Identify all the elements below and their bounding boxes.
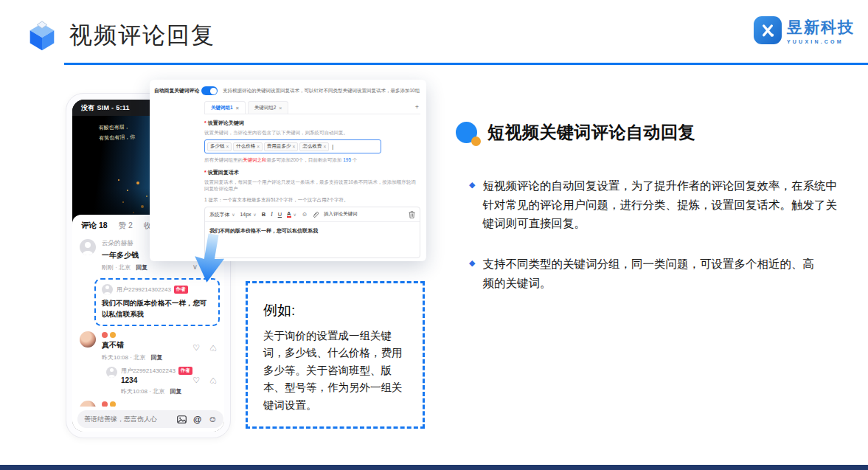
brand-domain: YUUXIN.COM	[787, 39, 855, 44]
highlighted-auto-reply: 用户2299214302243 作者 我们不同的版本价格不一样，您可以私信联系我	[94, 278, 220, 326]
like-icon[interactable]: ♡	[192, 376, 200, 385]
badge-icon	[102, 332, 108, 338]
insert-keyword-button[interactable]: 插入评论关键词	[324, 211, 358, 218]
close-icon[interactable]: ×	[257, 144, 260, 149]
reply-field-tip: 1 提示：一个富文本框最多支持512个字符，一个汉字占用2个字符。	[204, 197, 420, 204]
bold-button[interactable]: B	[262, 211, 265, 218]
example-title: 例如:	[263, 301, 423, 320]
keywords-field-desc: 设置关键词，当评论里内容包含了以下关键词，则系统可自动回复。	[204, 130, 420, 136]
mention-icon[interactable]: @	[193, 415, 201, 424]
panel-subtitle: 支持根据评论的关键词设置回复话术，可以针对不同类型关键词设置回复话术，最多添加1…	[223, 88, 420, 94]
page: 视频评论回复 昱新科技 YUUXIN.COM 没有 SIM - 5:11 有酸也…	[0, 0, 868, 470]
close-icon[interactable]: ×	[293, 144, 296, 149]
reply-link[interactable]: 回复	[136, 264, 147, 271]
city-lights-decoration	[118, 179, 119, 181]
underline-button[interactable]: U	[278, 211, 282, 218]
keyword-group-tabs: 关键词组1× 关键词组2× +	[204, 101, 420, 114]
font-family-select[interactable]: 系统字体∨	[209, 211, 235, 218]
user-level-badges	[102, 331, 217, 338]
font-size-select[interactable]: 14px∨	[240, 212, 257, 217]
avatar[interactable]	[80, 239, 96, 255]
reply-username: 用户2299214302243	[121, 367, 176, 375]
panel-title: 自动回复关键词评论	[154, 87, 201, 94]
close-icon[interactable]: ×	[226, 144, 229, 149]
close-icon[interactable]: ×	[279, 106, 282, 111]
app-logo-cube-icon	[25, 18, 59, 52]
tab-likes[interactable]: 赞 2	[119, 221, 133, 231]
diamond-bullet-icon: ◆	[469, 258, 475, 292]
italic-button[interactable]: I	[271, 211, 273, 218]
dislike-icon[interactable]: ♡	[209, 376, 217, 385]
auto-reply-toggle[interactable]	[201, 86, 218, 95]
keyword-tag[interactable]: 费用是多少×	[264, 142, 298, 151]
brand-logo: 昱新科技 YUUXIN.COM	[754, 16, 855, 44]
font-color-button[interactable]: A∨	[287, 211, 296, 218]
add-group-button[interactable]: +	[415, 103, 419, 111]
chevron-down-icon: ∨	[253, 212, 256, 217]
comment-meta: 昨天10:08 · 北京回复	[102, 353, 217, 362]
tab-keyword-group-2[interactable]: 关键词组2×	[248, 101, 289, 114]
text-cursor: |	[332, 144, 333, 149]
reply-link[interactable]: 回复	[170, 388, 181, 395]
avatar[interactable]	[106, 367, 117, 378]
close-icon[interactable]: ×	[323, 144, 326, 149]
emoji-icon[interactable]: ☺	[208, 414, 217, 424]
feature-bullet: ◆ 支持不同类型的关键词分组，同一类问题，可设置多个相近的、高频的关键词。	[469, 255, 822, 292]
emoji-button[interactable]: ☺	[302, 211, 308, 218]
trash-icon[interactable]	[409, 211, 415, 218]
reply-field-label: *设置回复话术	[204, 169, 420, 176]
footer-bar	[0, 465, 868, 470]
auto-reply-text: 我们不同的版本价格不一样，您可以私信联系我	[102, 298, 212, 319]
keyword-tag[interactable]: 多少钱×	[207, 142, 232, 151]
editor-content[interactable]: 我们不同的版本价格不一样，您可以私信联系我	[205, 222, 420, 240]
avatar[interactable]	[80, 331, 96, 348]
rich-text-editor: 系统字体∨ 14px∨ B I U A∨ ☺ 插入评论关键词 我们不同的版本价格…	[204, 207, 420, 258]
page-title: 视频评论回复	[69, 20, 215, 51]
tab-keyword-group-1[interactable]: 关键词组1×	[204, 101, 246, 114]
image-icon[interactable]	[177, 415, 187, 424]
reply-username: 用户2299214302243	[117, 286, 171, 294]
diamond-bullet-icon: ◆	[469, 180, 475, 233]
feature-bullet: ◆ 短视频评论的自动回复设置，为了提升作者的评论回复效率，在系统中针对常见的评论…	[469, 176, 838, 233]
header-divider	[64, 63, 868, 65]
comment-composer: @ ☺	[72, 407, 224, 432]
reply-link[interactable]: 回复	[150, 354, 162, 361]
reply-row: 用户2299214302243 作者 1234 昨天10:08 · 北京回复 ♡…	[99, 367, 224, 395]
author-badge: 作者	[178, 367, 192, 375]
link-button[interactable]	[313, 211, 319, 218]
editor-toolbar: 系统字体∨ 14px∨ B I U A∨ ☺ 插入评论关键词	[205, 207, 420, 222]
chevron-down-icon: ∨	[232, 212, 235, 217]
close-icon[interactable]: ×	[236, 106, 239, 111]
comment-input[interactable]	[84, 415, 170, 423]
keywords-input[interactable]: 多少钱× 什么价格× 费用是多少× 怎么收费× |	[204, 139, 381, 153]
section-heading: 短视频关键词评论自动回复	[487, 121, 695, 144]
keyword-tag[interactable]: 怎么收费×	[299, 142, 329, 151]
tab-comments[interactable]: 评论 18	[81, 221, 108, 231]
section-bullet-icon	[456, 122, 481, 147]
pointer-arrow-icon	[189, 233, 232, 285]
keywords-field-label: *设置评论关键词	[204, 120, 420, 127]
comment-meta: 昨天10:08 · 北京回复	[121, 387, 217, 395]
brand-name: 昱新科技	[787, 17, 855, 38]
example-body: 关于询价的设置成一组关键词，多少钱、什么价格，费用多少等。关于咨询班型、版本、型…	[263, 328, 411, 414]
dislike-icon[interactable]: ♡	[209, 343, 217, 353]
brand-x-icon	[754, 16, 782, 44]
like-icon[interactable]: ♡	[192, 343, 200, 353]
chevron-down-icon: ∨	[294, 212, 296, 217]
example-note-box: 例如: 关于询价的设置成一组关键词，多少钱、什么价格，费用多少等。关于咨询班型、…	[246, 281, 425, 429]
comment-row: 真不错 昨天10:08 · 北京回复 ♡ ♡	[72, 331, 224, 362]
badge-icon	[110, 332, 116, 338]
author-badge: 作者	[174, 286, 188, 294]
reply-field-desc: 设置回复话术，每回复一个用户评论只发送一条话术，最多支持设置10条不同话术，按添…	[204, 179, 420, 193]
keyword-tag[interactable]: 什么价格×	[233, 142, 263, 151]
avatar[interactable]	[102, 284, 113, 295]
keywords-quota-note: 所有关键词组里的关键词之和最多可添加200个，目前剩余可添加 195 个	[204, 157, 420, 164]
